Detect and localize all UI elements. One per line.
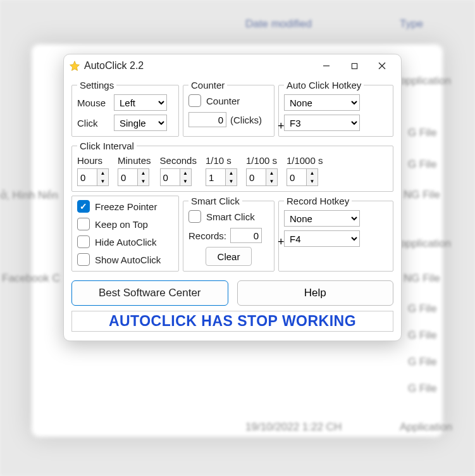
app-icon <box>69 60 80 72</box>
tenth-spinner[interactable]: ▲▼ <box>206 168 237 186</box>
smart-click-group: Smart Click Smart Click Records: Clear <box>183 196 275 272</box>
hotkey-legend: Auto Click Hotkey <box>284 80 364 91</box>
counter-value[interactable] <box>188 112 226 127</box>
freeze-pointer-checkbox[interactable] <box>77 200 90 213</box>
plus-icon: + <box>276 120 286 133</box>
hundredth-label: 1/100 s <box>246 155 277 166</box>
spinner-up-icon[interactable]: ▲ <box>97 169 108 177</box>
hide-autoclick-label: Hide AutoClick <box>95 237 157 247</box>
hotkey-key-select[interactable]: F3 <box>284 115 360 131</box>
spinner-down-icon[interactable]: ▼ <box>226 177 237 185</box>
spinner-down-icon[interactable]: ▼ <box>180 177 191 185</box>
minutes-label: Minutes <box>118 155 151 166</box>
maximize-icon <box>351 63 358 70</box>
freeze-pointer-label: Freeze Pointer <box>95 201 157 212</box>
seconds-spinner[interactable]: ▲▼ <box>160 168 192 186</box>
show-autoclick-label: Show AutoClick <box>95 254 161 265</box>
plus-icon: + <box>276 235 286 249</box>
record-hotkey-group: Record Hotkey None F4 + <box>278 196 393 272</box>
click-label: Click <box>77 118 110 128</box>
options-group: Freeze Pointer Keep on Top Hide AutoClic… <box>71 196 179 272</box>
seconds-label: Seconds <box>160 155 197 166</box>
minimize-button[interactable] <box>312 56 340 75</box>
autoclick-hotkey-group: Auto Click Hotkey None F3 + <box>278 80 393 137</box>
interval-legend: Click Interval <box>77 141 137 151</box>
spinner-down-icon[interactable]: ▼ <box>307 177 318 185</box>
counter-legend: Counter <box>188 80 227 91</box>
settings-group: Settings Mouse Left Click Single <box>71 80 179 137</box>
hotkey-modifier-select[interactable]: None <box>284 94 360 111</box>
minutes-spinner[interactable]: ▲▼ <box>118 168 149 186</box>
keep-on-top-checkbox[interactable] <box>77 218 90 230</box>
smart-click-label: Smart Click <box>206 211 255 222</box>
spinner-up-icon[interactable]: ▲ <box>266 169 277 177</box>
spinner-up-icon[interactable]: ▲ <box>180 169 191 177</box>
settings-legend: Settings <box>77 80 116 91</box>
help-button[interactable]: Help <box>237 280 394 306</box>
close-button[interactable] <box>368 56 396 75</box>
best-software-center-button[interactable]: Best Software Center <box>71 280 228 306</box>
spinner-up-icon[interactable]: ▲ <box>138 169 149 177</box>
mouse-label: Mouse <box>77 97 110 108</box>
records-label: Records: <box>188 230 226 241</box>
record-modifier-select[interactable]: None <box>284 210 360 227</box>
record-legend: Record Hotkey <box>284 196 352 206</box>
counter-group: Counter Counter (Clicks) <box>183 80 275 137</box>
tenth-label: 1/10 s <box>206 155 231 166</box>
keep-on-top-label: Keep on Top <box>95 219 148 230</box>
click-select[interactable]: Single <box>114 115 167 131</box>
spinner-down-icon[interactable]: ▼ <box>138 177 149 185</box>
spinner-down-icon[interactable]: ▼ <box>266 177 277 185</box>
hide-autoclick-checkbox[interactable] <box>77 235 90 248</box>
hours-spinner[interactable]: ▲▼ <box>77 168 109 186</box>
status-banner: AUTOCLICK HAS STOP WORKING <box>71 311 393 332</box>
titlebar: AutoClick 2.2 <box>64 54 401 77</box>
close-icon <box>378 62 386 70</box>
counter-checkbox[interactable] <box>188 94 201 107</box>
maximize-button[interactable] <box>340 56 368 75</box>
spinner-up-icon[interactable]: ▲ <box>226 169 237 177</box>
svg-rect-1 <box>352 63 357 68</box>
clear-button[interactable]: Clear <box>206 247 252 266</box>
window-title: AutoClick 2.2 <box>84 60 144 72</box>
counter-unit: (Clicks) <box>230 115 262 125</box>
hundredth-spinner[interactable]: ▲▼ <box>246 168 278 186</box>
spinner-up-icon[interactable]: ▲ <box>307 169 318 177</box>
mouse-select[interactable]: Left <box>114 94 167 111</box>
counter-checkbox-label: Counter <box>206 96 240 106</box>
spinner-down-icon[interactable]: ▼ <box>97 177 108 185</box>
thousandth-spinner[interactable]: ▲▼ <box>287 168 318 186</box>
hours-label: Hours <box>77 155 102 166</box>
smart-legend: Smart Click <box>188 196 242 206</box>
autoclick-window: AutoClick 2.2 Settings Mouse Left Click … <box>63 54 402 341</box>
records-value[interactable] <box>230 228 262 243</box>
smart-click-checkbox[interactable] <box>188 210 201 223</box>
show-autoclick-checkbox[interactable] <box>77 253 90 266</box>
record-key-select[interactable]: F4 <box>284 230 360 247</box>
minimize-icon <box>323 62 330 70</box>
click-interval-group: Click Interval Hours ▲▼ Minutes ▲▼ Secon… <box>71 141 393 192</box>
thousandth-label: 1/1000 s <box>287 155 323 166</box>
